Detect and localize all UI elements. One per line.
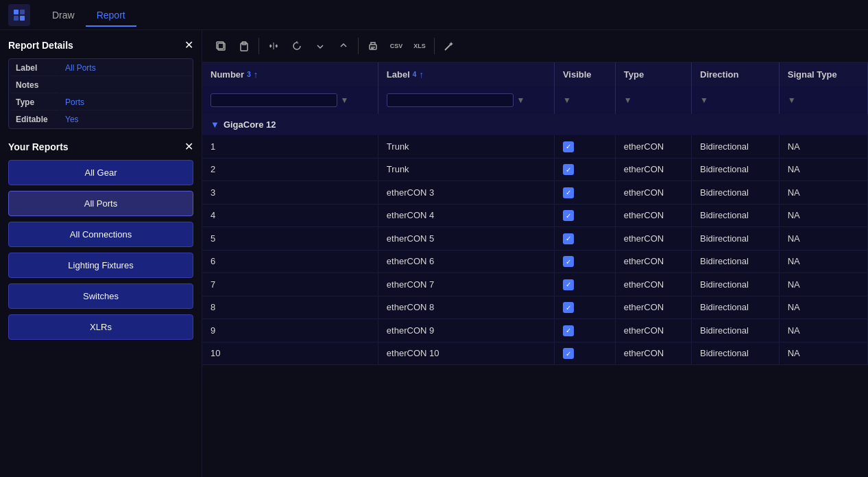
filter-label-icon[interactable]: ▼ [516,95,525,105]
filter-number-icon[interactable]: ▼ [340,95,348,105]
visible-checkbox[interactable]: ✓ [563,141,574,152]
cell-number: 6 [202,250,378,273]
cell-visible[interactable]: ✓ [554,181,615,205]
col-label[interactable]: Label 4 ↑ [378,62,554,86]
table-body: ▼GigaCore 12 1 Trunk ✓ etherCON Bidirect… [202,114,868,365]
filter-signal-cell: ▼ [779,86,867,114]
table-row[interactable]: 10 etherCON 10 ✓ etherCON Bidirectional … [202,342,868,365]
cell-visible[interactable]: ✓ [554,227,615,251]
table-row[interactable]: 6 etherCON 6 ✓ etherCON Bidirectional NA [202,250,868,273]
filter-number-input[interactable] [210,93,337,107]
col-label-sort-icon: ↑ [419,69,424,80]
svg-line-12 [445,45,450,50]
filter-label-input[interactable] [387,93,514,107]
table-row[interactable]: 9 etherCON 9 ✓ etherCON Bidirectional NA [202,319,868,342]
visible-checkbox[interactable]: ✓ [563,325,574,336]
expand-cols-button[interactable] [263,36,284,56]
cell-visible[interactable]: ✓ [554,204,615,227]
magic-button[interactable] [439,36,459,56]
visible-checkbox[interactable]: ✓ [563,233,574,244]
cell-type: etherCON [615,342,691,365]
filter-type-icon[interactable]: ▼ [624,95,632,105]
group-chevron-icon[interactable]: ▼ [210,119,219,130]
report-btn-all-connections[interactable]: All Connections [8,222,193,247]
cell-visible[interactable]: ✓ [554,319,615,342]
report-btn-all-ports[interactable]: All Ports [8,191,193,216]
col-number[interactable]: Number 3 ↑ [202,62,378,86]
cell-visible[interactable]: ✓ [554,135,615,158]
detail-value [60,78,191,93]
your-reports-close-button[interactable]: ✕ [184,140,193,153]
tab-report[interactable]: Report [86,4,136,26]
svg-rect-3 [20,16,25,21]
cell-direction: Bidirectional [692,273,780,296]
table-row[interactable]: 3 etherCON 3 ✓ etherCON Bidirectional NA [202,181,868,205]
report-btn-all-gear[interactable]: All Gear [8,160,193,185]
detail-key: Type [10,95,58,110]
table-row[interactable]: 2 Trunk ✓ etherCON Bidirectional NA [202,158,868,181]
report-buttons-list: All GearAll PortsAll ConnectionsLighting… [8,160,193,340]
visible-checkbox[interactable]: ✓ [563,210,574,221]
toolbar-sep-2 [358,38,359,54]
cell-direction: Bidirectional [692,227,780,251]
table-row[interactable]: 4 etherCON 4 ✓ etherCON Bidirectional NA [202,204,868,227]
visible-checkbox[interactable]: ✓ [563,164,574,175]
table-row[interactable]: 7 etherCON 7 ✓ etherCON Bidirectional NA [202,273,868,296]
table-row[interactable]: 1 Trunk ✓ etherCON Bidirectional NA [202,135,868,158]
history-button[interactable] [287,36,307,56]
col-type-label: Type [624,69,644,80]
col-signal-type[interactable]: Signal Type [779,62,867,86]
cell-visible[interactable]: ✓ [554,250,615,273]
collapse-all-button[interactable] [310,36,330,56]
visible-checkbox[interactable]: ✓ [563,302,574,313]
cell-direction: Bidirectional [692,296,780,319]
cell-visible[interactable]: ✓ [554,158,615,181]
report-btn-xlrs[interactable]: XLRs [8,314,193,340]
report-details-close-button[interactable]: ✕ [184,38,193,51]
visible-checkbox[interactable]: ✓ [563,187,574,198]
detail-value: Ports [60,95,191,110]
cell-label: etherCON 8 [378,296,554,319]
visible-checkbox[interactable]: ✓ [563,348,574,359]
cell-visible[interactable]: ✓ [554,342,615,365]
table-row[interactable]: 5 etherCON 5 ✓ etherCON Bidirectional NA [202,227,868,251]
export-xls-button[interactable]: XLS [409,36,430,56]
cell-number: 5 [202,227,378,251]
filter-direction-icon[interactable]: ▼ [700,95,708,105]
cell-label: etherCON 6 [378,250,554,273]
copy-button[interactable] [210,36,231,56]
col-number-label: Number [210,69,244,80]
cell-signal-type: NA [779,204,867,227]
cell-label: etherCON 9 [378,319,554,342]
table-container: Number 3 ↑ Label 4 ↑ [202,62,868,477]
cell-direction: Bidirectional [692,181,780,205]
cell-label: Trunk [378,158,554,181]
cell-label: etherCON 10 [378,342,554,365]
detail-key: Editable [10,112,58,127]
cell-type: etherCON [615,319,691,342]
cell-signal-type: NA [779,135,867,158]
paste-button[interactable] [234,36,254,56]
expand-all-button[interactable] [333,36,354,56]
col-type[interactable]: Type [615,62,691,86]
tab-draw[interactable]: Draw [41,4,86,26]
col-visible[interactable]: Visible [554,62,615,86]
cell-visible[interactable]: ✓ [554,273,615,296]
report-btn-lighting-fixtures[interactable]: Lighting Fixtures [8,253,193,278]
main-layout: Report Details ✕ LabelAll PortsNotesType… [0,30,868,477]
col-direction[interactable]: Direction [692,62,780,86]
filter-visible-icon[interactable]: ▼ [563,95,571,105]
filter-label-cell: ▼ [378,86,554,114]
print-button[interactable] [363,36,383,56]
table-row[interactable]: 8 etherCON 8 ✓ etherCON Bidirectional NA [202,296,868,319]
cell-visible[interactable]: ✓ [554,296,615,319]
col-signal-type-label: Signal Type [788,69,837,80]
cell-number: 4 [202,204,378,227]
filter-signal-icon[interactable]: ▼ [788,95,796,105]
svg-rect-11 [371,48,374,49]
report-btn-switches[interactable]: Switches [8,283,193,309]
export-csv-button[interactable]: CSV [386,36,407,56]
visible-checkbox[interactable]: ✓ [563,256,574,267]
visible-checkbox[interactable]: ✓ [563,279,574,290]
cell-number: 1 [202,135,378,158]
